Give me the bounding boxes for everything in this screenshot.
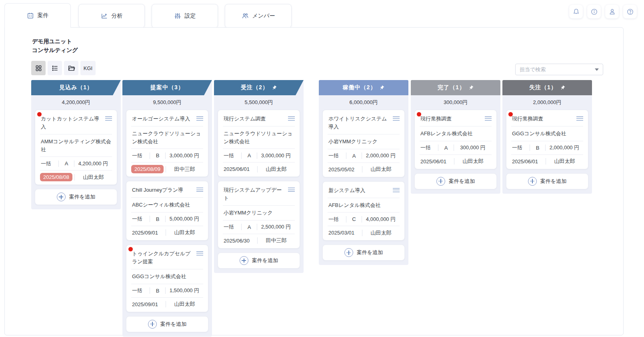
deal-title: 現行業務調査 [511, 115, 574, 123]
deal-card[interactable]: カットカットシステム導入 AMMコンサルティング株式会社 一括 A 4,200,… [35, 110, 117, 185]
tab-members[interactable]: メンバー [225, 4, 292, 28]
pin-icon[interactable] [270, 84, 278, 91]
deal-contract: 一括 [328, 216, 346, 223]
deal-price: 300,000 円 [454, 144, 492, 151]
menu-icon[interactable] [393, 187, 400, 193]
column-won-header[interactable]: 受注（2） [214, 80, 304, 95]
add-deal-button[interactable]: 案件を追加 [322, 245, 405, 261]
column-label: 稼働中（2） [343, 84, 376, 91]
column-prospect-header[interactable]: 見込み（1） [31, 80, 121, 95]
info-button[interactable] [587, 5, 601, 18]
deal-card[interactable]: 新システム導入 AFBレンタル株式会社 一括 C 4,000,000 円 202… [322, 181, 405, 241]
tab-analytics[interactable]: 分析 [78, 4, 145, 28]
deal-contract: 一括 [223, 223, 241, 231]
add-deal-button[interactable]: 案件を追加 [506, 173, 588, 189]
account-button[interactable] [605, 5, 619, 18]
tab-settings-label: 設定 [185, 12, 196, 20]
deal-title: 現行システムアップデート [223, 186, 286, 202]
menu-icon[interactable] [196, 115, 203, 122]
deal-contract: 一括 [328, 152, 346, 159]
add-deal-button[interactable]: 案件を追加 [35, 189, 117, 205]
add-deal-label: 案件を追加 [540, 178, 566, 185]
deal-company: ニュークラウドソリューション株式会社 [223, 126, 295, 148]
deal-date: 2025/06/01 [223, 166, 257, 172]
tab-settings[interactable]: 設定 [152, 4, 218, 28]
deal-title: 新システム導入 [328, 187, 390, 195]
plus-icon [240, 256, 248, 265]
deal-date: 2025/09/01 [131, 301, 166, 307]
menu-icon[interactable] [196, 186, 203, 193]
deal-title: ホワイトリスクシステム導入 [328, 115, 390, 131]
column-lost: 失注（1） 2,000,000円 現行業務調査 GGGコンサル株式会社 一括 B… [502, 80, 592, 194]
unit-name: デモ用ユニット [32, 37, 78, 46]
deal-contract: 一括 [131, 152, 150, 159]
column-proposal: 提案中（3） 9,500,000円 オールゴーシステム導入 ニュークラウドソリュ… [122, 80, 212, 337]
menu-icon[interactable] [288, 115, 295, 122]
add-deal-button[interactable]: 案件を追加 [126, 316, 208, 332]
help-button[interactable] [623, 5, 637, 18]
deal-card[interactable]: ホワイトリスクシステム導入 小岩YMMクリニック 一括 A 2,000,000 … [322, 110, 405, 177]
deal-title: カットカットシステム導入 [40, 115, 103, 131]
deal-card[interactable]: 現行システム調査 ニュークラウドソリューション株式会社 一括 A 3,000,0… [218, 110, 300, 177]
bell-icon [572, 8, 580, 16]
deal-price: 4,200,000 円 [74, 160, 112, 167]
deal-card[interactable]: 現行業務調査 GGGコンサル株式会社 一括 B 2,000,000 円 2025… [506, 110, 588, 169]
tab-members-label: メンバー [252, 12, 275, 20]
deal-title: 現行システム調査 [223, 115, 286, 123]
add-deal-button[interactable]: 案件を追加 [414, 173, 497, 189]
deal-card[interactable]: 現行業務調査 AFBレンタル株式会社 一括 A 300,000 円 2025/0… [414, 110, 497, 169]
list-icon [51, 64, 59, 72]
pin-icon[interactable] [559, 84, 566, 91]
deal-grade: A [242, 152, 257, 158]
notifications-button[interactable] [569, 5, 583, 18]
deal-price: 2,000,000 円 [546, 144, 583, 151]
deal-company: AMMコンサルティング株式会社 [40, 134, 112, 156]
column-total: 5,500,000円 [214, 95, 304, 110]
kgi-view-button[interactable]: KGI [80, 61, 96, 75]
column-proposal-header[interactable]: 提案中（3） [122, 80, 212, 95]
deal-price: 1,500,000 円 [166, 287, 203, 294]
deal-company: 小岩YMMクリニック [223, 205, 295, 220]
deal-card[interactable]: 現行システムアップデート 小岩YMMクリニック 一括 A 2,500,000 円… [218, 181, 300, 249]
pin-icon[interactable] [467, 84, 474, 91]
menu-icon[interactable] [485, 115, 492, 122]
alert-dot [417, 112, 421, 116]
deal-assignee: 山田太郎 [75, 174, 112, 181]
folder-icon [68, 64, 75, 72]
grid-view-button[interactable] [31, 61, 46, 75]
column-label: 完了（1） [438, 84, 465, 91]
column-label: 見込み（1） [59, 84, 93, 91]
menu-icon[interactable] [196, 250, 203, 257]
chevron-down-icon [595, 68, 599, 71]
pin-icon[interactable] [378, 84, 386, 91]
menu-icon[interactable] [576, 115, 583, 122]
deal-contract: 一括 [420, 144, 438, 151]
menu-icon[interactable] [105, 115, 112, 122]
deal-card[interactable]: トゥインクルカプセルプラン提案 GGGコンサル株式会社 一括 B 1,500,0… [126, 245, 208, 312]
deal-grade: C [346, 216, 362, 222]
list-view-button[interactable] [48, 61, 62, 75]
deal-card[interactable]: オールゴーシステム導入 ニュークラウドソリューション株式会社 一括 B 3,00… [126, 110, 208, 177]
column-done-header[interactable]: 完了（1） [411, 80, 500, 95]
deal-grade: A [346, 153, 362, 159]
column-total: 6,000,000円 [319, 95, 408, 110]
assignee-filter-select[interactable]: 担当で検索 [515, 64, 603, 75]
deal-title: 現行業務調査 [420, 115, 482, 123]
column-total: 2,000,000円 [502, 95, 592, 110]
deal-card[interactable]: Chill Journeyプラン導 ABCシーウィル株式会社 一括 B 5,00… [126, 181, 208, 241]
deal-company: ニュークラウドソリューション株式会社 [131, 126, 203, 148]
deal-grade: A [438, 145, 454, 151]
column-lost-header[interactable]: 失注（1） [502, 80, 592, 95]
menu-icon[interactable] [393, 115, 400, 122]
column-active-header[interactable]: 稼働中（2） [319, 80, 408, 95]
deal-grade: B [150, 288, 165, 294]
deal-assignee: 山田太郎 [546, 158, 583, 165]
add-deal-button[interactable]: 案件を追加 [218, 253, 300, 269]
column-prospect: 見込み（1） 4,200,000円 カットカットシステム導入 AMMコンサルティ… [31, 80, 121, 209]
deal-price: 3,000,000 円 [166, 152, 203, 159]
deal-assignee: 山田太郎 [166, 301, 203, 308]
folder-view-button[interactable] [64, 61, 78, 75]
plus-icon [436, 177, 445, 186]
menu-icon[interactable] [288, 186, 295, 193]
tab-deals[interactable]: 案件 [4, 3, 71, 28]
